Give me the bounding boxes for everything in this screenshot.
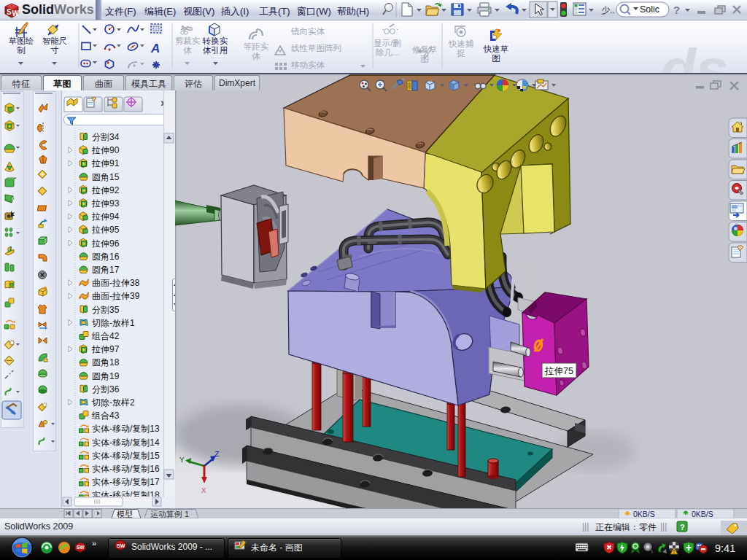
svg-text:Y: Y xyxy=(179,456,185,464)
svg-text:拉伸75: 拉伸75 xyxy=(544,366,573,376)
svg-text:X: X xyxy=(201,486,206,495)
svg-text:少..: 少.. xyxy=(601,5,615,15)
svg-text:»: » xyxy=(92,539,96,548)
svg-text:Solic: Solic xyxy=(640,4,659,15)
svg-text:S: S xyxy=(7,8,12,16)
svg-text:Z: Z xyxy=(214,450,220,459)
svg-text:!: ! xyxy=(673,549,675,554)
svg-text:SW: SW xyxy=(117,543,125,548)
svg-text:W: W xyxy=(12,9,20,18)
svg-text:9:41: 9:41 xyxy=(715,542,735,554)
svg-text:SW: SW xyxy=(77,545,85,550)
svg-text:?: ? xyxy=(673,4,680,16)
svg-text:A: A xyxy=(150,42,160,55)
svg-text:ds: ds xyxy=(660,37,728,73)
svg-text:?: ? xyxy=(680,523,685,532)
